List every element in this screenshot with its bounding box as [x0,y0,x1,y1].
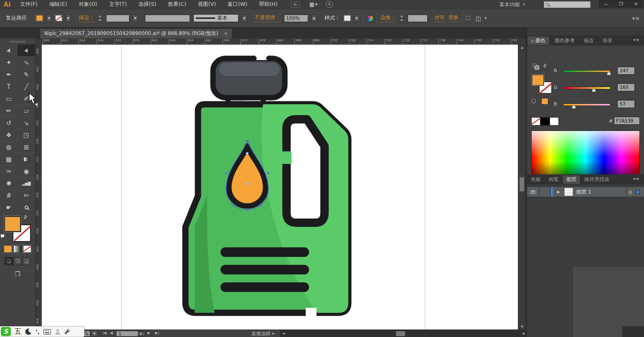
layer-row[interactable]: ▶ 图层 1 ◎ [527,186,644,197]
opacity-link[interactable]: 不透明度： [255,14,281,22]
fill-color-swatch[interactable] [36,15,43,21]
fill-dropdown-arrow[interactable]: ▼ [46,15,52,22]
draw-normal-button[interactable]: ❏ [5,257,13,265]
panel-tab[interactable]: 图层 [562,175,581,184]
canister-cap[interactable] [213,54,285,98]
stroke-weight-stepper[interactable]: ▲▼ [98,15,103,22]
style-swatch[interactable] [344,15,351,21]
opacity-arrow[interactable]: ▶ [312,15,317,22]
corner-stepper[interactable]: ▲▼ [399,15,404,22]
arrange-documents-button[interactable]: ▦▼ [309,1,317,8]
close-button[interactable]: ✕ [629,0,643,8]
vertical-ruler[interactable]: 3984024064104144184224264304344384424464… [35,45,42,329]
lock-cell[interactable] [540,187,550,197]
symbol-sprayer-tool[interactable]: ✺ [0,177,18,189]
stroke-weight-field[interactable] [106,15,129,22]
canvas[interactable] [42,45,518,329]
transform-link[interactable]: 变换 [448,14,459,22]
document-tab[interactable]: Nipic_29842067_20190905150420890000.ai* … [40,28,232,38]
screen-mode-button[interactable]: ❐ [0,270,35,278]
lasso-tool[interactable]: ∿ [18,56,35,68]
scroll-up-icon[interactable]: ▲ [518,45,526,49]
scroll-down-icon[interactable]: ▼ [518,325,526,329]
panel-tab[interactable]: 颜色参考 [550,36,578,45]
recolor-artwork-icon[interactable] [367,15,373,22]
fill-swatch[interactable] [4,216,21,232]
horizontal-scrollbar[interactable]: ▶ ◀ ▶ [280,330,527,337]
stroke-color-swatch[interactable] [55,15,62,21]
menu-item[interactable]: 视图(V) [192,0,222,9]
vertical-scrollbar[interactable]: ▲ ▼ [518,45,525,329]
chevron-down-icon[interactable]: ▼ [484,17,487,20]
opacity-field[interactable]: 100% [284,15,308,22]
expand-triangle-icon[interactable]: ▶ [557,190,560,194]
layer-thumbnail[interactable] [564,188,573,196]
menu-item[interactable]: 文字(T) [103,0,132,9]
artboard-tool[interactable]: # [0,189,18,201]
gradient-button[interactable] [13,245,22,253]
panel-tab[interactable]: 路径查找器 [581,175,613,184]
magic-wand-tool[interactable]: ✦ [0,56,18,68]
black-swatch[interactable] [540,117,550,126]
panel-fill-swatch[interactable] [532,75,544,86]
panel-grip[interactable]: ▪▪▪▪▪▪ [0,38,35,44]
rectangle-tool[interactable]: ▭ [0,93,18,105]
next-artboard-icon[interactable]: ▶ [147,331,150,335]
layers-panel-menu-icon[interactable]: ▾≡ [634,176,642,181]
workspace-switcher[interactable]: 基本功能 ▼ [499,0,525,9]
align-link[interactable]: 对齐 [434,14,445,22]
stroke-dropdown-arrow[interactable]: ▼ [66,15,71,22]
handle-cutout[interactable] [281,119,325,223]
zoom-dropdown-arrow[interactable]: ▼ [91,331,98,337]
scroll-right-icon[interactable]: ▶ [523,332,525,335]
target-circle-icon[interactable]: ◎ [628,189,632,195]
red-slider[interactable] [563,70,611,73]
zoom-tool[interactable] [18,201,35,214]
width-tool[interactable]: ❖ [0,129,18,141]
person-icon[interactable] [55,329,61,335]
swap-fill-stroke-icon[interactable]: ⇄ [22,214,29,221]
color-panel-menu-icon[interactable]: ▾≡ [634,38,642,42]
rotate-tool[interactable]: ↺ [0,117,18,129]
green-slider[interactable] [563,87,611,89]
visibility-cell[interactable] [527,187,540,197]
menu-item[interactable]: 窗口(W) [222,0,253,9]
ime-mode-label[interactable]: 五 [15,327,21,336]
panel-tab[interactable]: 画笔 [545,175,562,184]
column-graph-tool[interactable]: ▂▅▇ [18,177,35,189]
blue-value-field[interactable]: 57 [617,100,635,108]
hand-tool[interactable]: ☛ [0,201,18,214]
close-tab-icon[interactable]: × [224,31,228,36]
scale-tool[interactable]: ↘ [18,117,35,129]
ruler-corner[interactable] [35,38,42,45]
cs-live-icon[interactable]: ϟ [326,1,333,8]
selection-tool[interactable]: ➤ [0,44,18,56]
restore-button[interactable]: ❐ [614,0,628,8]
isolate-object-icon[interactable]: ⛶ [466,15,470,22]
corner-link[interactable]: 边角： [380,14,396,22]
punctuation-icon[interactable]: ’, [35,329,40,335]
curvature-pen-tool[interactable]: ✎ [18,68,35,80]
selection-indicator[interactable] [636,190,640,194]
layer-name[interactable]: 图层 1 [576,189,591,196]
brush-definition-dropdown[interactable]: 基本 [193,14,238,22]
menu-item[interactable]: 编辑(E) [43,0,73,9]
select-similar-icon[interactable]: ◫ [476,15,481,22]
color-button[interactable] [4,245,12,253]
slice-tool[interactable]: ✄ [18,189,35,201]
eyedropper-tool[interactable]: ✑ [0,165,18,177]
stroke-panel-link[interactable]: 描边： [79,14,94,22]
scroll-right-icon[interactable]: ▶ [272,332,275,335]
vertical-scroll-thumb[interactable] [520,177,524,191]
panel-tab[interactable]: ◇颜色 [527,36,550,45]
wrench-icon[interactable] [64,329,71,335]
stroke-weight-dropdown[interactable]: ▼ [133,15,138,22]
menu-item[interactable]: 效果(C) [162,0,192,9]
red-value-field[interactable]: 247 [617,67,635,75]
keyboard-icon[interactable] [43,329,51,334]
pencil-tool[interactable]: ✏ [0,105,18,117]
prev-artboard-icon[interactable]: ◀ [110,331,113,335]
pen-tool[interactable]: ✒ [0,68,18,80]
control-panel-menu-icon[interactable]: ▾≡ [632,15,640,21]
panel-tab[interactable]: 渐变 [597,36,616,45]
